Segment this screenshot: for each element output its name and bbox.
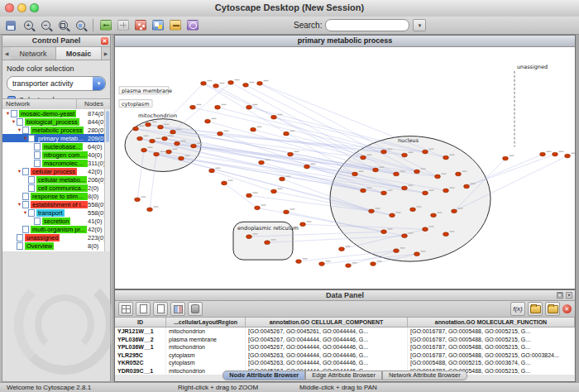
zoom-selected-button[interactable] [73,18,88,32]
tree-row[interactable]: multi-organism pr...42(0) [2,225,110,233]
graph-node[interactable] [319,262,325,266]
graph-node[interactable] [464,184,470,189]
tree-row[interactable]: ▼biological_process844(0) [2,117,110,126]
graph-node[interactable] [222,181,227,185]
function-builder-button[interactable]: f(x) [510,302,525,316]
tree-expander-icon[interactable]: ▼ [22,136,28,141]
graph-node[interactable] [300,222,306,227]
graph-node[interactable] [209,169,215,173]
graph-node[interactable] [304,165,310,169]
graph-node[interactable] [423,227,428,232]
tree-row[interactable]: nitrogen compo...40(0) [2,151,110,159]
attribute-columns-button[interactable] [170,302,185,316]
graph-node[interactable] [246,194,252,198]
tree-row[interactable]: Overview8(0) [2,241,110,250]
graph-node[interactable] [435,174,441,179]
graph-node[interactable] [251,127,256,131]
tree-row[interactable]: cell communica...2(0) [2,184,110,192]
graph-node[interactable] [394,172,400,176]
graph-node[interactable] [390,213,395,218]
zoom-out-button[interactable]: − [38,18,53,32]
graph-node[interactable] [218,131,223,136]
graph-node[interactable] [158,125,164,129]
graph-node[interactable] [402,186,408,190]
tree-expander-icon[interactable]: ▼ [22,210,28,215]
table-column-header[interactable]: ...cellularLayoutRegion [166,318,246,327]
table-row[interactable]: YPL036W__2plasma membrane[GO:0045267, GO… [115,336,575,344]
attribute-browser-tab[interactable]: Edge Attribute Browser [305,370,382,380]
tree-row[interactable]: secretion41(0) [2,217,110,225]
graph-node[interactable] [402,153,408,157]
network-canvas[interactable]: plasma membranecytoplasmmitochondrionnuc… [115,46,575,289]
graph-node[interactable] [246,235,252,239]
graph-node[interactable] [296,260,302,264]
tree-row[interactable]: ▼metabolic process280(0) [2,126,110,134]
tree-row[interactable]: ▼cellular process42(0) [2,167,110,175]
graph-node[interactable] [423,191,428,195]
color-attribute-select[interactable]: transporter activity ▼ [7,76,106,91]
new-network-from-selection-button[interactable] [133,18,148,32]
graph-node[interactable] [456,172,462,176]
graph-node[interactable] [371,262,376,266]
close-panel-icon[interactable]: ✕ [566,292,572,299]
graph-node[interactable] [255,206,261,210]
show-all-button[interactable] [116,18,131,32]
table-column-header[interactable]: ID [115,318,166,327]
table-column-header[interactable]: annotation.GO CELLULAR_COMPONENT [246,318,408,327]
graph-node[interactable] [414,170,420,174]
create-attribute-button[interactable] [136,302,151,316]
zoom-fit-button[interactable] [55,18,70,32]
tree-scrollbar[interactable] [104,109,110,251]
graph-node[interactable] [191,144,197,148]
graph-node[interactable] [431,213,437,218]
graph-node[interactable] [215,105,221,109]
zoom-in-button[interactable]: + [21,18,36,32]
tree-expander-icon[interactable]: ▼ [17,169,22,174]
graph-node[interactable] [170,130,176,134]
graph-node[interactable] [452,209,457,213]
graph-node[interactable] [265,241,270,245]
attribute-browser-tab[interactable]: Network Attribute Browser [382,370,467,380]
tree-row[interactable]: ▼establishment of l...558(0) [2,200,110,208]
graph-node[interactable] [394,249,400,253]
graph-node[interactable] [146,122,151,127]
tab-scroll-left-button[interactable]: ◀ [2,47,11,60]
graph-node[interactable] [414,252,420,256]
graph-node[interactable] [540,152,546,156]
import-attributes-button[interactable] [528,302,543,316]
graph-node[interactable] [280,177,285,181]
graph-node[interactable] [271,115,277,119]
tab-mosaic[interactable]: Mosaic [56,47,102,60]
graph-node[interactable] [154,152,160,156]
graph-node[interactable] [147,208,153,212]
tree-row[interactable]: response to stimu...8(0) [2,192,110,200]
graph-node[interactable] [190,105,196,109]
save-session-button[interactable] [3,18,18,32]
tree-row[interactable]: unassigned223(0) [2,233,110,241]
graph-node[interactable] [284,210,290,214]
graph-node[interactable] [175,141,180,146]
graph-node[interactable] [150,139,156,143]
attribute-store-button[interactable] [188,302,203,316]
tree-expander-icon[interactable]: ▼ [17,127,22,132]
search-input[interactable] [325,19,409,31]
graph-node[interactable] [352,172,358,176]
layout-button[interactable] [185,18,200,32]
vizmapper-button[interactable] [151,18,165,32]
graph-node[interactable] [339,247,345,251]
graph-node[interactable] [162,136,168,141]
tree-row[interactable]: ▼mosaic-demo-yeast874(0) [2,109,110,117]
search-options-button[interactable]: ▼ [413,19,426,31]
graph-node[interactable] [288,152,294,156]
graph-node[interactable] [565,154,571,158]
graph-node[interactable] [228,80,234,84]
graph-node[interactable] [259,160,265,165]
hide-selected-button[interactable] [98,18,113,32]
graph-node[interactable] [271,189,277,194]
graph-node[interactable] [141,148,147,152]
clear-table-button[interactable]: ✕ [562,304,572,313]
graph-node[interactable] [381,191,387,195]
attribute-browser-tab[interactable]: Node Attribute Browser [223,370,305,380]
graph-node[interactable] [381,150,387,154]
graph-node[interactable] [205,119,211,123]
